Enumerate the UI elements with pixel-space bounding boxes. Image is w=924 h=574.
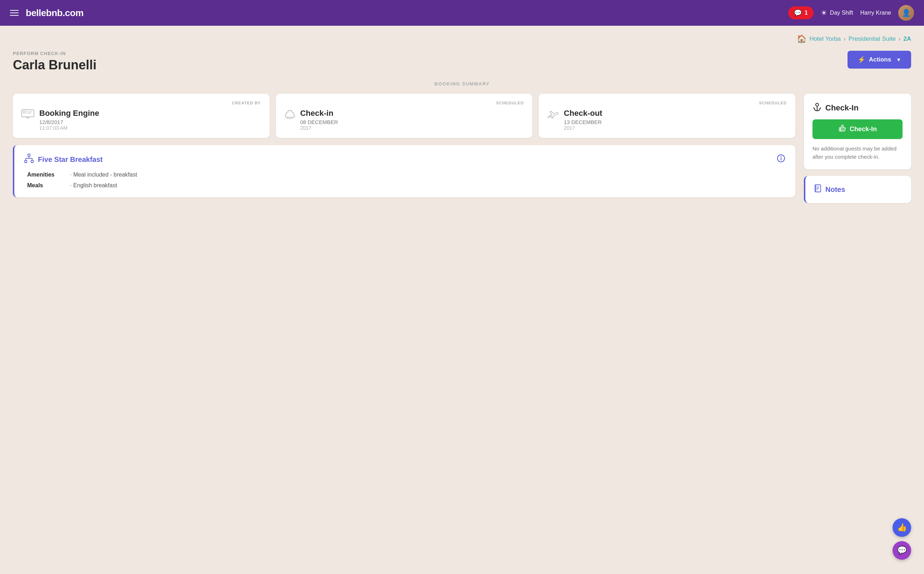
svg-rect-8 [25,161,27,162]
checkin-bell-icon [285,109,295,123]
svg-rect-21 [839,128,841,131]
checkout-year: 2017 [564,125,602,131]
main-content: 🏠 Hotel Yorba › Presidential Suite › 2A … [0,26,924,211]
checkin-date: 08 DECEMBER [300,119,338,125]
svg-rect-7 [28,154,30,156]
package-info-icon[interactable] [777,154,785,165]
package-title-group: Five Star Breakfast [24,154,102,165]
booking-engine-icon [21,109,34,122]
content-main: CREATED BY [13,94,795,197]
package-title: Five Star Breakfast [38,156,102,164]
checkin-notice: No additional guests may be added after … [812,145,903,161]
checkin-thumbs-icon [838,125,846,134]
checkin-button-label: Check-In [850,125,877,133]
page-title: Carla Brunelli [13,58,96,73]
float-chat-icon: 💬 [897,546,907,555]
checkout-card: SCHEDULED Check-out 13 DECEMBER 2017 [539,94,795,138]
booking-summary-label: BOOKING SUMMARY [13,81,911,87]
created-by-text: Booking Engine 12/8/2017 11:07:03 AM [39,109,99,131]
meals-label: Meals [27,182,70,189]
checkout-content: Check-out 13 DECEMBER 2017 [547,109,787,131]
brand-logo: bellebnb.com [26,8,788,19]
actions-icon: ⚡ [858,56,866,64]
page-header: PERFORM CHECK-IN Carla Brunelli ⚡ Action… [13,51,911,73]
amenities-row: Amenities · Meal included - breakfast [27,172,785,178]
breadcrumb-suite[interactable]: Presidential Suite [848,35,896,43]
checkin-sidebar-title-text: Check-In [825,103,859,113]
checkout-title: Check-out [564,109,602,118]
page-title-group: PERFORM CHECK-IN Carla Brunelli [13,51,96,73]
float-button-group: 👍 💬 [892,518,911,560]
booking-date: 12/8/2017 [39,119,99,125]
checkin-title: Check-in [300,109,338,118]
avatar[interactable]: 👤 [898,5,914,21]
checkin-content: Check-in 08 DECEMBER 2017 [285,109,524,131]
checkout-date: 13 DECEMBER [564,119,602,125]
breadcrumb-room: 2A [903,35,911,43]
actions-label: Actions [869,56,891,63]
checkout-plane-icon [547,109,559,123]
checkin-sidebar-card: Check-In Check-In No additional guests m… [804,94,911,169]
svg-rect-6 [287,117,292,119]
created-by-card: CREATED BY [13,94,270,138]
avatar-image: 👤 [898,5,914,21]
created-by-label: CREATED BY [21,101,261,105]
checkin-anchor-icon [812,102,822,114]
breadcrumb-sep-2: › [899,36,900,42]
actions-button[interactable]: ⚡ Actions ▼ [848,51,911,69]
svg-rect-9 [31,161,33,162]
booking-engine-title: Booking Engine [39,109,99,118]
created-by-content: Booking Engine 12/8/2017 11:07:03 AM [21,109,261,131]
username-label: Harry Krane [860,9,891,16]
package-details: Amenities · Meal included - breakfast Me… [24,172,785,189]
checkin-sidebar-title: Check-In [812,102,903,114]
shift-icon: ☀ [821,9,827,17]
summary-cards: CREATED BY [13,94,795,138]
checkin-year: 2017 [300,125,338,131]
amenities-value: · Meal included - breakfast [70,172,137,178]
svg-point-16 [781,156,781,157]
breadcrumb-sep-1: › [844,36,845,42]
breadcrumb-hotel[interactable]: Hotel Yorba [809,35,841,43]
chat-icon: 💬 [794,9,802,17]
checkout-scheduled-label: SCHEDULED [547,101,787,105]
meals-row: Meals · English breakfast [27,182,785,189]
sidebar: Check-In Check-In No additional guests m… [804,94,911,203]
package-icon [24,154,34,165]
meals-value: · English breakfast [70,182,117,189]
home-icon: 🏠 [797,34,806,44]
shift-label: Day Shift [830,9,853,16]
package-card: Five Star Breakfast Amenities · Meal inc… [13,145,795,197]
page-subtitle: PERFORM CHECK-IN [13,51,96,56]
svg-point-17 [816,103,818,106]
checkin-card: SCHEDULED Check-in 08 DECEMBER 2017 [276,94,533,138]
shift-indicator: ☀ Day Shift [821,9,853,17]
checkin-text: Check-in 08 DECEMBER 2017 [300,109,338,131]
breadcrumb: 🏠 Hotel Yorba › Presidential Suite › 2A [13,34,911,44]
float-like-button[interactable]: 👍 [892,518,911,537]
chat-count: 1 [805,9,808,16]
float-chat-button[interactable]: 💬 [892,541,911,560]
package-header: Five Star Breakfast [24,154,785,165]
checkout-text: Check-out 13 DECEMBER 2017 [564,109,602,131]
hamburger-menu[interactable] [10,10,19,16]
actions-arrow-icon: ▼ [896,57,901,63]
svg-rect-1 [23,111,26,113]
notes-title: Notes [814,184,903,194]
content-layout: CREATED BY [13,94,911,203]
checkin-action-button[interactable]: Check-In [812,119,903,139]
chat-button[interactable]: 💬 1 [788,6,814,19]
checkin-scheduled-label: SCHEDULED [285,101,524,105]
header-right: 💬 1 ☀ Day Shift Harry Krane 👤 [788,5,914,21]
notes-icon [814,184,822,194]
booking-time: 11:07:03 AM [39,125,99,131]
float-like-icon: 👍 [897,523,907,532]
notes-title-text: Notes [825,186,845,194]
notes-card: Notes [804,176,911,203]
header: bellebnb.com 💬 1 ☀ Day Shift Harry Krane… [0,0,924,26]
amenities-label: Amenities [27,172,70,178]
